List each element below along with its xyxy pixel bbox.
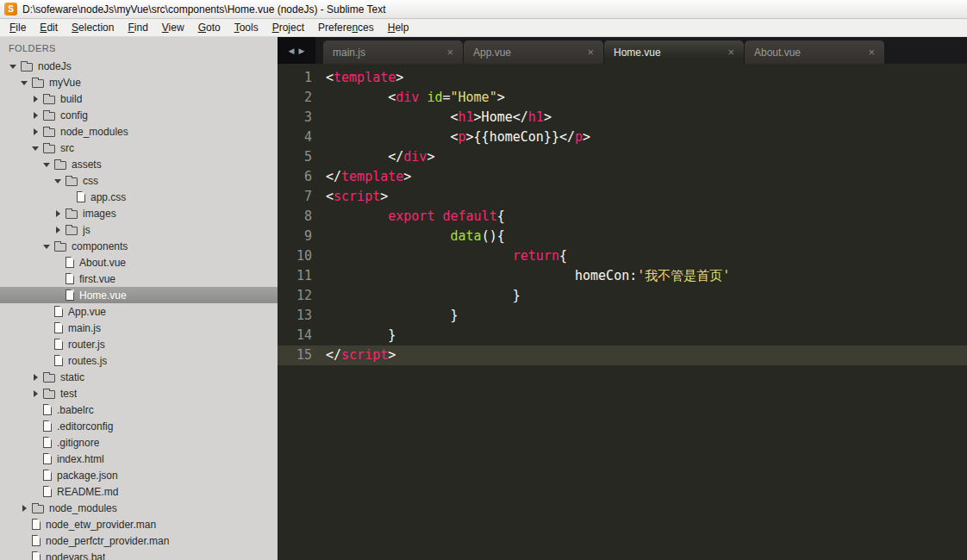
menu-find[interactable]: Find bbox=[121, 20, 154, 35]
expand-arrow-icon[interactable] bbox=[20, 503, 29, 513]
line-number: 6 bbox=[278, 167, 326, 187]
tree-file-app.css[interactable]: app.css bbox=[0, 189, 278, 205]
tree-file-package.json[interactable]: package.json bbox=[0, 467, 278, 483]
expand-arrow-icon[interactable] bbox=[53, 225, 63, 234]
menu-file[interactable]: File bbox=[3, 20, 33, 35]
menu-preferences[interactable]: Preferences bbox=[311, 20, 381, 35]
file-icon bbox=[66, 273, 74, 284]
expand-arrow-icon[interactable] bbox=[31, 94, 41, 103]
tree-file-Home.vue[interactable]: Home.vue bbox=[0, 287, 278, 303]
tree-folder-images[interactable]: images bbox=[0, 205, 278, 221]
menu-edit[interactable]: Edit bbox=[33, 20, 65, 35]
tree-folder-assets[interactable]: assets bbox=[0, 156, 278, 172]
collapse-arrow-icon[interactable] bbox=[31, 143, 41, 152]
code-line-11[interactable]: 11 homeCon:'我不管是首页' bbox=[278, 266, 967, 286]
menu-selection[interactable]: Selection bbox=[65, 20, 121, 35]
tab-close-icon[interactable]: × bbox=[446, 46, 453, 59]
tree-file-node_perfctr_provider.man[interactable]: node_perfctr_provider.man bbox=[0, 532, 278, 549]
tree-item-label: nodeJs bbox=[38, 60, 72, 72]
tree-file-README.md[interactable]: README.md bbox=[0, 483, 278, 500]
tab-Home.vue[interactable]: Home.vue× bbox=[604, 40, 744, 64]
expand-arrow-icon[interactable] bbox=[31, 110, 41, 120]
tree-folder-components[interactable]: components bbox=[0, 238, 278, 254]
tree-item-label: myVue bbox=[49, 77, 81, 89]
file-icon bbox=[54, 306, 63, 317]
tree-file-.gitignore[interactable]: .gitignore bbox=[0, 434, 278, 451]
tab-close-icon[interactable]: × bbox=[587, 46, 594, 59]
tab-scroll-left-icon[interactable]: ◀ bbox=[289, 47, 295, 55]
code-line-6[interactable]: 6</template> bbox=[278, 167, 967, 187]
tree-file-node_etw_provider.man[interactable]: node_etw_provider.man bbox=[0, 516, 278, 532]
code-text: </script> bbox=[326, 345, 967, 365]
tree-file-About.vue[interactable]: About.vue bbox=[0, 254, 278, 271]
tree-item-label: .editorconfig bbox=[57, 420, 113, 432]
tree-item-label: README.md bbox=[57, 486, 118, 498]
tree-folder-static[interactable]: static bbox=[0, 369, 278, 385]
expand-arrow-icon[interactable] bbox=[31, 389, 41, 398]
code-line-7[interactable]: 7<script> bbox=[278, 187, 967, 207]
menu-tools[interactable]: Tools bbox=[228, 20, 265, 35]
tab-About.vue[interactable]: About.vue× bbox=[745, 40, 884, 64]
tree-file-nodevars.bat[interactable]: nodevars.bat bbox=[0, 549, 278, 560]
tree-indent-spacer bbox=[42, 323, 52, 333]
code-line-8[interactable]: 8 export default{ bbox=[278, 207, 967, 227]
collapse-arrow-icon[interactable] bbox=[42, 159, 52, 169]
code-line-14[interactable]: 14 } bbox=[278, 326, 967, 345]
tab-main.js[interactable]: main.js× bbox=[323, 40, 463, 64]
code-line-4[interactable]: 4 <p>{{homeCon}}</p> bbox=[278, 128, 967, 147]
code-line-2[interactable]: 2 <div id="Home"> bbox=[278, 88, 967, 108]
tree-folder-js[interactable]: js bbox=[0, 221, 278, 238]
tree-file-main.js[interactable]: main.js bbox=[0, 320, 278, 336]
code-line-3[interactable]: 3 <h1>Home</h1> bbox=[278, 108, 967, 128]
tree-file-.editorconfig[interactable]: .editorconfig bbox=[0, 418, 278, 434]
tab-scroll-right-icon[interactable]: ▶ bbox=[299, 47, 305, 55]
collapse-arrow-icon[interactable] bbox=[42, 241, 52, 251]
tree-folder-node_modules[interactable]: node_modules bbox=[0, 500, 278, 516]
expand-arrow-icon[interactable] bbox=[31, 127, 41, 136]
code-editor[interactable]: 1<template>2 <div id="Home">3 <h1>Home</… bbox=[278, 64, 967, 365]
tree-file-App.vue[interactable]: App.vue bbox=[0, 303, 278, 320]
tree-folder-css[interactable]: css bbox=[0, 172, 278, 189]
expand-arrow-icon[interactable] bbox=[53, 208, 63, 218]
folder-icon bbox=[43, 145, 55, 153]
code-text: homeCon:'我不管是首页' bbox=[326, 266, 967, 286]
tree-file-first.vue[interactable]: first.vue bbox=[0, 271, 278, 287]
code-line-1[interactable]: 1<template> bbox=[278, 68, 967, 88]
folder-icon bbox=[54, 161, 66, 170]
tab-scroll-controls[interactable]: ◀ ▶ bbox=[278, 37, 315, 64]
tree-file-routes.js[interactable]: routes.js bbox=[0, 352, 278, 369]
titlebar: S D:\sofeware\nodeJs\myVue\src\component… bbox=[0, 0, 967, 19]
tree-folder-config[interactable]: config bbox=[0, 107, 278, 123]
code-line-5[interactable]: 5 </div> bbox=[278, 147, 967, 167]
file-icon bbox=[66, 257, 74, 268]
expand-arrow-icon[interactable] bbox=[31, 372, 41, 382]
tab-label: App.vue bbox=[473, 47, 511, 59]
menu-project[interactable]: Project bbox=[265, 20, 311, 35]
tree-file-index.html[interactable]: index.html bbox=[0, 451, 278, 467]
collapse-arrow-icon[interactable] bbox=[9, 61, 18, 71]
tree-item-label: App.vue bbox=[68, 306, 106, 318]
code-line-10[interactable]: 10 return{ bbox=[278, 246, 967, 266]
tree-folder-test[interactable]: test bbox=[0, 385, 278, 401]
tree-folder-node_modules[interactable]: node_modules bbox=[0, 123, 278, 140]
code-line-13[interactable]: 13 } bbox=[278, 306, 967, 326]
tree-folder-src[interactable]: src bbox=[0, 140, 278, 156]
tree-folder-myVue[interactable]: myVue bbox=[0, 74, 278, 90]
collapse-arrow-icon[interactable] bbox=[20, 78, 29, 87]
code-line-15[interactable]: 15</script> bbox=[278, 345, 967, 365]
menu-view[interactable]: View bbox=[155, 20, 191, 35]
code-line-12[interactable]: 12 } bbox=[278, 286, 967, 306]
menu-goto[interactable]: Goto bbox=[191, 20, 228, 35]
tree-indent-spacer bbox=[65, 192, 74, 202]
code-line-9[interactable]: 9 data(){ bbox=[278, 227, 967, 246]
tree-file-.babelrc[interactable]: .babelrc bbox=[0, 401, 278, 418]
tree-folder-build[interactable]: build bbox=[0, 90, 278, 107]
tab-App.vue[interactable]: App.vue× bbox=[464, 40, 603, 64]
file-icon bbox=[43, 437, 52, 448]
tab-close-icon[interactable]: × bbox=[868, 46, 875, 59]
collapse-arrow-icon[interactable] bbox=[53, 176, 63, 185]
menu-help[interactable]: Help bbox=[381, 20, 416, 35]
tree-file-router.js[interactable]: router.js bbox=[0, 336, 278, 352]
tab-close-icon[interactable]: × bbox=[727, 46, 734, 59]
tree-folder-nodeJs[interactable]: nodeJs bbox=[0, 58, 278, 74]
